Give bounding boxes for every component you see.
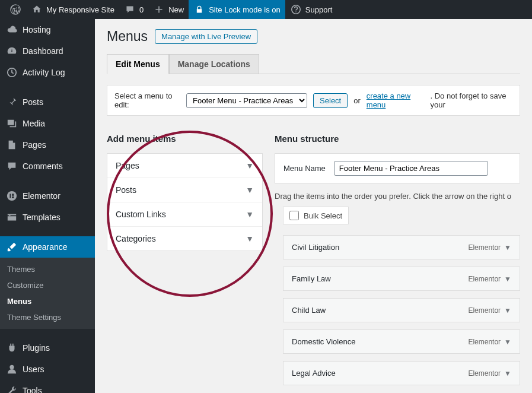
menu-item-type: Elementor▼ [468,275,511,283]
comments-link[interactable]: 0 [119,0,148,19]
sidebar-item-elementor[interactable]: Elementor [0,185,95,207]
sidebar-label: Comments [23,161,63,171]
sidebar-label: Dashboard [23,46,63,56]
caret-down-icon: ▼ [246,210,254,219]
submenu-themes[interactable]: Themes [0,261,95,277]
menu-item-row[interactable]: Domestic ViolenceElementor▼ [283,329,520,354]
caret-down-icon: ▼ [246,161,254,170]
sidebar-label: Templates [23,213,60,222]
live-preview-button[interactable]: Manage with Live Preview [155,29,257,44]
sidebar-label: Hosting [23,25,50,34]
templates-icon [6,211,18,223]
tab-manage-locations[interactable]: Manage Locations [169,54,259,74]
sidebar-item-plugins[interactable]: Plugins [0,337,95,359]
menu-item-type: Elementor▼ [468,369,511,378]
comment-icon [6,160,18,172]
menu-item-row[interactable]: Civil LitigationElementor▼ [283,235,520,259]
wrench-icon [6,385,18,393]
main-content: Menus Manage with Live Preview Edit Menu… [95,19,532,393]
site-name-link[interactable]: My Responsive Site [26,0,119,19]
accordion-pages[interactable]: Pages▼ [107,154,262,178]
appearance-submenu: Themes Customize Menus Theme Settings [0,258,95,329]
menu-item-title: Child Law [292,306,326,315]
sidebar-label: Media [23,119,45,128]
menu-item-row[interactable]: Family LawElementor▼ [283,267,520,291]
caret-down-icon[interactable]: ▼ [504,275,511,283]
create-new-menu-link[interactable]: create a new menu [367,91,425,109]
accordion-label: Posts [116,185,136,195]
site-lock-notice[interactable]: Site Lock mode is on [189,0,285,19]
sidebar-item-templates[interactable]: Templates [0,207,95,228]
caret-down-icon[interactable]: ▼ [504,306,511,315]
sidebar-item-dashboard[interactable]: Dashboard [0,40,95,62]
pin-icon [6,96,18,108]
menu-structure-heading: Menu structure [275,134,520,144]
pages-icon [6,139,18,151]
sidebar-item-posts[interactable]: Posts [0,91,95,113]
admin-bar: My Responsive Site 0 New Site Lock mode … [0,0,532,19]
caret-down-icon[interactable]: ▼ [504,369,511,378]
sidebar-label: Appearance [23,242,68,252]
new-label: New [168,5,184,14]
menu-item-title: Civil Litigation [292,243,339,252]
plus-icon [153,4,165,15]
gauge-icon [6,45,18,57]
media-icon [6,118,18,129]
home-icon [31,4,43,15]
submenu-customize[interactable]: Customize [0,277,95,293]
svg-rect-5 [12,194,14,195]
accordion-categories[interactable]: Categories▼ [107,227,262,251]
sidebar-item-activity-log[interactable]: Activity Log [0,62,95,83]
sidebar-label: Plugins [23,343,50,353]
sidebar-label: Elementor [23,191,60,201]
sidebar-item-pages[interactable]: Pages [0,134,95,156]
plug-icon [6,342,18,354]
page-title: Menus [107,28,148,45]
sidebar-item-tools[interactable]: Tools [0,380,95,393]
menu-items-list: Civil LitigationElementor▼ Family LawEle… [283,235,520,385]
svg-point-1 [295,11,297,12]
menu-name-input[interactable] [334,161,488,176]
menu-item-row[interactable]: Legal AdviceElementor▼ [283,361,520,385]
accordion-custom-links[interactable]: Custom Links▼ [107,202,262,226]
wordpress-icon [9,4,21,15]
bulk-select[interactable]: Bulk Select [283,207,349,224]
brush-icon [6,241,18,253]
menu-item-type: Elementor▼ [468,306,511,315]
menu-select[interactable]: Footer Menu - Practice Areas [186,93,307,108]
comment-icon [124,4,136,15]
support-link[interactable]: Support [285,0,337,19]
submenu-menus[interactable]: Menus [0,293,95,309]
sidebar-item-users[interactable]: Users [0,359,95,380]
caret-down-icon[interactable]: ▼ [504,243,511,252]
sidebar-item-media[interactable]: Media [0,113,95,134]
wp-logo[interactable] [5,0,26,19]
menu-item-title: Family Law [292,274,331,283]
submenu-theme-settings[interactable]: Theme Settings [0,309,95,325]
question-icon [290,4,302,15]
sidebar-item-appearance[interactable]: Appearance [0,236,95,258]
admin-sidebar: Hosting Dashboard Activity Log Posts Med… [0,19,95,393]
new-link[interactable]: New [148,0,189,19]
sidebar-item-hosting[interactable]: Hosting [0,19,95,40]
save-hint: . Do not forget to save your [430,91,512,109]
accordion-label: Custom Links [116,210,166,219]
caret-down-icon[interactable]: ▼ [504,338,511,346]
caret-down-icon: ▼ [246,234,254,243]
or-text: or [353,96,361,105]
site-lock-label: Site Lock mode is on [209,5,281,14]
sidebar-label: Activity Log [23,68,65,77]
svg-rect-7 [12,197,14,198]
menu-name-row: Menu Name [275,153,520,183]
svg-rect-6 [12,195,14,196]
tab-edit-menus[interactable]: Edit Menus [107,54,169,74]
select-button[interactable]: Select [313,93,348,108]
comments-count: 0 [139,5,144,14]
accordion-posts[interactable]: Posts▼ [107,178,262,202]
caret-down-icon: ▼ [246,185,254,195]
bulk-select-checkbox[interactable] [289,211,299,220]
sidebar-item-comments[interactable]: Comments [0,156,95,177]
menu-item-row[interactable]: Child LawElementor▼ [283,298,520,322]
lock-icon [193,4,205,15]
sidebar-label: Tools [23,386,42,393]
